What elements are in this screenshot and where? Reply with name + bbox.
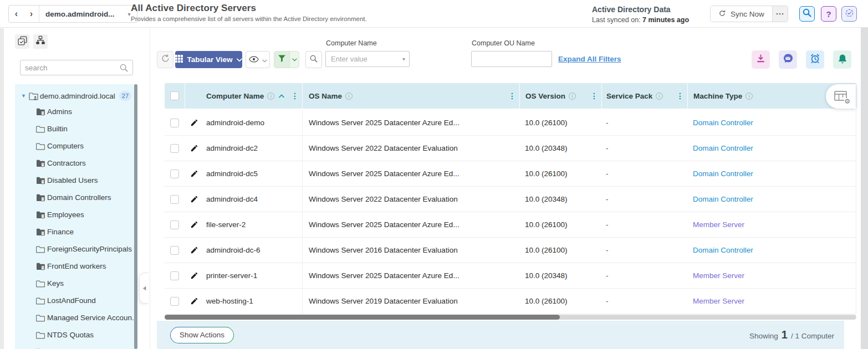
filter-button[interactable] <box>274 52 289 68</box>
row-select-cell <box>165 119 185 127</box>
edit-icon[interactable] <box>185 170 203 178</box>
computer-name-filter-input[interactable] <box>326 55 402 63</box>
select-all-checkbox[interactable] <box>170 91 179 100</box>
forward-button[interactable]: › <box>24 6 39 22</box>
column-header-computer-name[interactable]: Computer Name i ⋮ <box>185 83 302 109</box>
sidebar-search-input[interactable] <box>21 64 119 72</box>
domain-selector[interactable]: demo.admindroid... ▾ <box>39 6 137 22</box>
machine-type-link[interactable]: Domain Controller <box>687 144 856 152</box>
scheduled-tasks-button[interactable] <box>841 6 857 22</box>
view-mode-button[interactable]: Tabular View <box>175 51 242 68</box>
os-version-cell: 10.0 (26100) <box>519 220 601 229</box>
tree-expanded-icon[interactable]: ▼ <box>21 93 29 99</box>
os-name-cell: Windows Server 2019 Datacenter Evaluatio… <box>302 289 519 314</box>
folder-icon <box>36 245 47 253</box>
sidebar-item-disabled-users[interactable]: Disabled Users <box>15 172 137 189</box>
page-scrollbar[interactable] <box>861 25 868 349</box>
export-download-button[interactable] <box>752 50 770 69</box>
column-menu-icon[interactable]: ⋮ <box>590 91 598 100</box>
sidebar-item-managed-service-accoun[interactable]: Managed Service Accoun... <box>15 309 137 326</box>
expand-all-filters-link[interactable]: Expand All Filters <box>558 55 621 63</box>
edit-icon[interactable] <box>185 297 203 305</box>
help-button[interactable]: ? <box>821 6 836 22</box>
edit-icon[interactable] <box>185 246 203 254</box>
sidebar-item-frontend-workers[interactable]: FrontEnd workers <box>15 258 137 275</box>
computer-name-cell: web-hosting-1 <box>203 297 302 305</box>
sidebar-item-computers[interactable]: Computers <box>15 137 137 155</box>
service-pack-cell: - <box>601 170 687 178</box>
row-select-cell <box>165 271 185 280</box>
sync-now-button[interactable]: Sync Now <box>711 6 772 22</box>
sidebar-item-builtin[interactable]: Builtin <box>15 120 137 137</box>
machine-type-link[interactable]: Domain Controller <box>687 246 856 254</box>
folder-icon <box>36 280 47 288</box>
tree-scrollbar[interactable] <box>134 84 137 349</box>
schedule-alert-button[interactable] <box>806 50 824 69</box>
ou-hierarchy-button[interactable] <box>33 34 48 49</box>
email-report-button[interactable] <box>779 50 797 69</box>
sidebar-item-admins[interactable]: Admins <box>15 103 137 120</box>
sidebar-item-domain-root[interactable]: ▼ demo.admindroid.local 27 <box>15 89 137 103</box>
multi-select-button[interactable] <box>15 34 29 49</box>
back-button[interactable]: ‹ <box>9 6 24 22</box>
sidebar-item-ntds-quotas[interactable]: NTDS Quotas <box>15 326 137 343</box>
row-checkbox[interactable] <box>170 271 179 280</box>
filter-label-computer-name: Computer Name <box>326 39 377 47</box>
refresh-button[interactable] <box>157 51 173 68</box>
global-search-button[interactable] <box>799 6 815 22</box>
sidebar-item-domain-controllers[interactable]: Domain Controllers <box>15 189 137 206</box>
row-select-cell <box>165 297 185 306</box>
machine-type-link[interactable]: Domain Controller <box>687 119 856 127</box>
sidebar-item-keys[interactable]: Keys <box>15 275 137 292</box>
row-checkbox[interactable] <box>170 195 179 204</box>
machine-type-link[interactable]: Domain Controller <box>687 195 856 203</box>
sidebar-item-finance[interactable]: Finance <box>15 223 137 240</box>
column-visibility-button[interactable] <box>246 51 270 68</box>
filter-button-group <box>274 51 299 68</box>
sidebar-item-contractors[interactable]: Contractors <box>15 155 137 172</box>
sidebar-item-employees[interactable]: Employees <box>15 206 137 223</box>
column-settings-tab[interactable]: ⚙ <box>826 84 856 109</box>
machine-type-link[interactable]: Domain Controller <box>687 170 856 178</box>
computer-name-filter: ▾ <box>325 51 410 67</box>
folder-icon <box>36 125 47 133</box>
edit-icon[interactable] <box>185 144 203 152</box>
computer-name-cell: file-server-2 <box>203 220 302 229</box>
edit-icon[interactable] <box>185 220 203 229</box>
row-checkbox[interactable] <box>170 297 179 306</box>
sidebar-item-lostandfound[interactable]: LostAndFound <box>15 292 137 309</box>
sidebar-item-foreignsecurityprincipals[interactable]: ForeignSecurityPrincipals <box>15 240 137 258</box>
column-menu-icon[interactable]: ⋮ <box>291 91 299 100</box>
os-version-cell: 10.0 (20348) <box>519 271 601 280</box>
row-checkbox[interactable] <box>170 220 179 229</box>
service-pack-cell: - <box>601 297 687 305</box>
table-search-button[interactable] <box>305 51 322 68</box>
row-checkbox[interactable] <box>170 144 179 153</box>
machine-type-link[interactable]: Member Server <box>687 297 856 305</box>
os-version-cell: 10.0 (26100) <box>519 246 601 254</box>
notifications-button[interactable] <box>833 50 851 69</box>
computer-ou-filter-input[interactable] <box>472 55 552 63</box>
row-checkbox[interactable] <box>170 119 179 127</box>
edit-icon[interactable] <box>185 195 203 203</box>
edit-icon[interactable] <box>185 119 203 127</box>
sort-ascending-icon[interactable] <box>279 94 284 98</box>
show-actions-button[interactable]: Show Actions <box>170 327 234 343</box>
column-header-os-name[interactable]: OS Name i ⋮ <box>302 83 519 109</box>
machine-type-link[interactable]: Member Server <box>687 271 856 280</box>
column-menu-icon[interactable]: ⋮ <box>508 91 516 100</box>
row-checkbox[interactable] <box>170 246 179 255</box>
sidebar-collapse-handle[interactable] <box>139 273 149 304</box>
column-menu-icon[interactable]: ⋮ <box>676 91 684 100</box>
edit-icon[interactable] <box>185 271 203 280</box>
machine-type-link[interactable]: Member Server <box>687 220 856 229</box>
horizontal-scrollbar[interactable] <box>165 315 856 320</box>
column-header-service-pack[interactable]: Service Pack i ⋮ <box>601 83 687 109</box>
sidebar-item-printers[interactable]: Printers <box>15 343 137 349</box>
column-header-os-version[interactable]: OS Version i ⋮ <box>519 83 601 109</box>
sync-more-options-button[interactable]: ⋯ <box>772 6 788 22</box>
horizontal-scrollbar-thumb[interactable] <box>165 315 560 320</box>
row-checkbox[interactable] <box>170 170 179 178</box>
filter-dropdown-button[interactable] <box>289 52 299 68</box>
ou-folder-icon <box>36 107 47 116</box>
